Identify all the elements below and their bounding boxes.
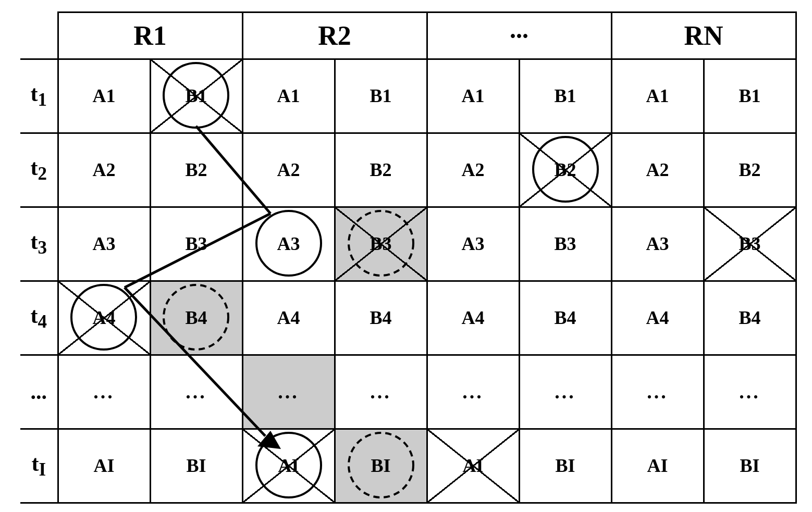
row-label-0: t1 bbox=[20, 59, 58, 133]
table-row-5: tIAIBIAIBIAIBIAIBI bbox=[20, 429, 796, 503]
cell-text-3-2: A4 bbox=[277, 307, 300, 329]
cell-r0-c0: A1 bbox=[58, 59, 150, 133]
cell-r2-c1: B3 bbox=[150, 207, 242, 281]
row-label-4: ... bbox=[20, 355, 58, 429]
cell-r5-c7: BI bbox=[704, 429, 796, 503]
cell-text-5-1: BI bbox=[186, 455, 206, 477]
cell-text-1-0: A2 bbox=[93, 159, 116, 181]
cell-text-5-7: BI bbox=[740, 455, 759, 477]
cell-r1-c6: A2 bbox=[611, 133, 704, 207]
cell-r2-c3: B3 bbox=[335, 207, 427, 281]
cell-r4-c3: ... bbox=[335, 355, 427, 429]
cell-r1-c3: B2 bbox=[335, 133, 427, 207]
cell-text-0-5: B1 bbox=[554, 85, 576, 107]
cell-text-4-0: ... bbox=[93, 380, 115, 403]
row-label-3: t4 bbox=[20, 281, 58, 355]
table-row-0: t1A1B1A1B1A1B1A1B1 bbox=[20, 59, 796, 133]
cell-r2-c5: B3 bbox=[519, 207, 611, 281]
cell-r4-c5: ... bbox=[519, 355, 611, 429]
cell-r5-c5: BI bbox=[519, 429, 611, 503]
row-label-5: tI bbox=[20, 429, 58, 503]
header-rn: RN bbox=[611, 12, 796, 59]
cell-text-1-2: A2 bbox=[277, 159, 300, 181]
cell-r0-c1: B1 bbox=[150, 59, 242, 133]
row-label-1: t2 bbox=[20, 133, 58, 207]
cell-r0-c3: B1 bbox=[335, 59, 427, 133]
data-table: R1 R2 ··· RN t1A1B1A1B1A1B1A1B1t2A2B2A2B… bbox=[20, 11, 797, 504]
cell-r4-c6: ... bbox=[611, 355, 704, 429]
cell-text-3-3: B4 bbox=[370, 307, 391, 329]
cell-text-2-0: A3 bbox=[93, 233, 116, 255]
cell-text-4-4: ... bbox=[462, 380, 484, 403]
cell-r1-c7: B2 bbox=[704, 133, 796, 207]
cell-text-3-0: A4 bbox=[93, 307, 116, 329]
cell-text-5-2: AI bbox=[278, 455, 299, 477]
cell-text-4-1: ... bbox=[186, 380, 207, 403]
cell-r0-c7: B1 bbox=[704, 59, 796, 133]
cell-text-3-7: B4 bbox=[739, 307, 761, 329]
cell-text-1-1: B2 bbox=[185, 159, 207, 181]
cell-r5-c6: AI bbox=[611, 429, 704, 503]
cell-text-3-4: A4 bbox=[462, 307, 485, 329]
cell-text-2-4: A3 bbox=[462, 233, 485, 255]
cell-r4-c0: ... bbox=[58, 355, 150, 429]
cell-text-4-6: ... bbox=[647, 380, 668, 403]
cell-r1-c4: A2 bbox=[427, 133, 519, 207]
cell-r4-c7: ... bbox=[704, 355, 796, 429]
cell-r4-c2: ... bbox=[242, 355, 335, 429]
cell-text-4-3: ... bbox=[370, 380, 391, 403]
cell-text-5-5: BI bbox=[555, 455, 575, 477]
cell-r3-c1: B4 bbox=[150, 281, 242, 355]
cell-text-3-6: A4 bbox=[646, 307, 669, 329]
cell-r5-c3: BI bbox=[335, 429, 427, 503]
cell-text-5-0: AI bbox=[93, 455, 114, 477]
main-table-wrapper: R1 R2 ··· RN t1A1B1A1B1A1B1A1B1t2A2B2A2B… bbox=[20, 11, 792, 501]
cell-text-4-7: ... bbox=[739, 380, 760, 403]
cell-r1-c0: A2 bbox=[58, 133, 150, 207]
header-r2: R2 bbox=[242, 12, 427, 59]
cell-r5-c4: AI bbox=[427, 429, 519, 503]
cell-r0-c4: A1 bbox=[427, 59, 519, 133]
cell-r2-c2: A3 bbox=[242, 207, 335, 281]
cell-text-2-5: B3 bbox=[554, 233, 576, 255]
corner-cell bbox=[20, 12, 58, 59]
cell-text-5-6: AI bbox=[647, 455, 668, 477]
cell-text-3-1: B4 bbox=[185, 307, 207, 329]
cell-r1-c2: A2 bbox=[242, 133, 335, 207]
cell-text-2-7: B3 bbox=[739, 233, 761, 255]
cell-text-0-0: A1 bbox=[93, 85, 116, 107]
cell-text-2-6: A3 bbox=[646, 233, 669, 255]
cell-text-2-1: B3 bbox=[185, 233, 207, 255]
cell-text-5-3: BI bbox=[371, 455, 390, 477]
cell-text-0-4: A1 bbox=[462, 85, 485, 107]
cell-r0-c2: A1 bbox=[242, 59, 335, 133]
table-row-4: ........................... bbox=[20, 355, 796, 429]
table-row-3: t4A4B4A4B4A4B4A4B4 bbox=[20, 281, 796, 355]
cell-text-0-6: A1 bbox=[646, 85, 669, 107]
cell-r2-c7: B3 bbox=[704, 207, 796, 281]
cell-r5-c0: AI bbox=[58, 429, 150, 503]
cell-r5-c1: BI bbox=[150, 429, 242, 503]
cell-r3-c4: A4 bbox=[427, 281, 519, 355]
cell-text-1-4: A2 bbox=[462, 159, 485, 181]
cell-r1-c5: B2 bbox=[519, 133, 611, 207]
cell-text-2-2: A3 bbox=[277, 233, 300, 255]
cell-text-2-3: B3 bbox=[370, 233, 391, 255]
cell-text-4-2: ... bbox=[278, 380, 299, 403]
cell-text-1-6: A2 bbox=[646, 159, 669, 181]
table-row-1: t2A2B2A2B2A2B2A2B2 bbox=[20, 133, 796, 207]
cell-text-0-2: A1 bbox=[277, 85, 300, 107]
cell-r4-c1: ... bbox=[150, 355, 242, 429]
cell-r3-c6: A4 bbox=[611, 281, 704, 355]
cell-r3-c2: A4 bbox=[242, 281, 335, 355]
cell-r3-c3: B4 bbox=[335, 281, 427, 355]
cell-r0-c5: B1 bbox=[519, 59, 611, 133]
cell-r3-c5: B4 bbox=[519, 281, 611, 355]
table-row-2: t3A3B3A3B3A3B3A3B3 bbox=[20, 207, 796, 281]
cell-r2-c6: A3 bbox=[611, 207, 704, 281]
cell-r0-c6: A1 bbox=[611, 59, 704, 133]
cell-r3-c0: A4 bbox=[58, 281, 150, 355]
cell-r4-c4: ... bbox=[427, 355, 519, 429]
row-label-2: t3 bbox=[20, 207, 58, 281]
cell-text-3-5: B4 bbox=[554, 307, 576, 329]
